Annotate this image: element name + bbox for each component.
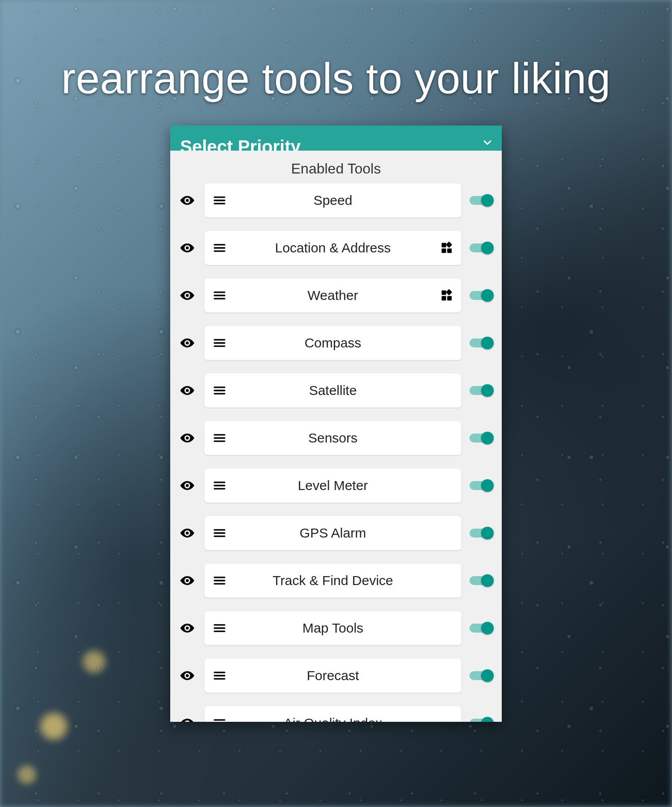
tool-card[interactable]: Level Meter (204, 469, 461, 503)
svg-point-0 (186, 199, 189, 202)
tool-label: Location & Address (275, 240, 391, 256)
svg-rect-11 (446, 242, 452, 248)
svg-rect-9 (447, 248, 452, 253)
tool-card[interactable]: Sensors (204, 421, 461, 455)
section-title: Enabled Tools (170, 151, 502, 183)
visibility-icon[interactable] (178, 191, 196, 209)
visibility-icon[interactable] (178, 286, 196, 304)
visibility-icon[interactable] (178, 572, 196, 590)
svg-point-36 (186, 532, 189, 535)
tool-label: Compass (305, 335, 362, 351)
enable-toggle[interactable] (470, 241, 494, 255)
enable-toggle[interactable] (470, 431, 494, 445)
tool-card[interactable]: Track & Find Device (204, 564, 461, 598)
tool-card[interactable]: Forecast (204, 659, 461, 693)
drag-handle-icon[interactable] (211, 239, 228, 257)
enable-toggle[interactable] (470, 716, 494, 722)
drag-handle-icon[interactable] (211, 477, 228, 495)
tool-card[interactable]: Location & Address (204, 231, 461, 265)
tool-label: Forecast (307, 668, 359, 683)
app-bar-title: Select Priority (180, 137, 301, 151)
visibility-icon[interactable] (178, 334, 196, 352)
tool-card[interactable]: Air Quality Index (204, 706, 461, 722)
tool-card[interactable]: Map Tools (204, 611, 461, 645)
visibility-icon[interactable] (178, 429, 196, 447)
tool-row: Forecast (178, 659, 494, 693)
svg-point-48 (186, 674, 189, 677)
svg-point-20 (186, 342, 189, 345)
drag-handle-icon[interactable] (211, 191, 228, 209)
app-bar: Select Priority (170, 126, 502, 151)
drag-handle-icon[interactable] (211, 382, 228, 399)
svg-point-12 (186, 294, 189, 297)
visibility-icon[interactable] (178, 714, 196, 722)
widgets-icon[interactable] (440, 289, 453, 302)
tool-card[interactable]: GPS Alarm (204, 516, 461, 550)
svg-point-28 (186, 437, 189, 440)
widgets-icon[interactable] (440, 241, 453, 255)
visibility-icon[interactable] (178, 477, 196, 495)
tool-list: Speed Location & Address Weather Compass… (170, 183, 502, 722)
enable-toggle[interactable] (470, 574, 494, 587)
enable-toggle[interactable] (470, 194, 494, 207)
drag-handle-icon[interactable] (211, 334, 228, 352)
drag-handle-icon[interactable] (211, 429, 228, 447)
tool-row: Speed (178, 183, 494, 217)
tool-label: Speed (314, 193, 353, 208)
tool-row: Map Tools (178, 611, 494, 645)
drag-handle-icon[interactable] (211, 286, 228, 304)
tool-card[interactable]: Satellite (204, 373, 461, 408)
tool-row: Compass (178, 326, 494, 360)
promo-headline: rearrange tools to your liking (0, 54, 672, 103)
svg-rect-16 (442, 296, 446, 300)
tool-row: Location & Address (178, 231, 494, 265)
phone-frame: Select Priority Enabled Tools Speed Loca… (170, 126, 502, 722)
tool-row: Track & Find Device (178, 564, 494, 598)
chevron-down-icon[interactable] (481, 136, 494, 149)
tool-label: Air Quality Index (284, 716, 382, 722)
tool-card[interactable]: Weather (204, 278, 461, 312)
drag-handle-icon[interactable] (211, 524, 228, 542)
svg-rect-19 (446, 289, 452, 295)
svg-point-44 (186, 627, 189, 630)
tool-label: Weather (308, 288, 358, 303)
tool-row: Sensors (178, 421, 494, 455)
drag-handle-icon[interactable] (211, 667, 228, 685)
svg-point-32 (186, 484, 189, 487)
drag-handle-icon[interactable] (211, 714, 228, 722)
drag-handle-icon[interactable] (211, 619, 228, 637)
svg-rect-17 (447, 296, 452, 300)
enable-toggle[interactable] (470, 621, 494, 635)
svg-point-24 (186, 389, 189, 392)
enable-toggle[interactable] (470, 336, 494, 350)
enable-toggle[interactable] (470, 384, 494, 397)
tool-label: Level Meter (298, 478, 368, 493)
visibility-icon[interactable] (178, 667, 196, 685)
visibility-icon[interactable] (178, 619, 196, 637)
tool-row: Level Meter (178, 469, 494, 503)
svg-point-40 (186, 579, 189, 582)
tool-label: Satellite (309, 383, 357, 398)
svg-rect-10 (442, 243, 446, 247)
tool-row: Satellite (178, 373, 494, 408)
tool-row: Air Quality Index (178, 706, 494, 722)
tool-card[interactable]: Speed (204, 183, 461, 217)
tool-label: Track & Find Device (273, 573, 393, 588)
enable-toggle[interactable] (470, 289, 494, 302)
tool-label: Sensors (308, 430, 358, 446)
svg-rect-8 (442, 248, 446, 253)
enable-toggle[interactable] (470, 479, 494, 492)
visibility-icon[interactable] (178, 239, 196, 257)
drag-handle-icon[interactable] (211, 572, 228, 590)
tool-row: Weather (178, 278, 494, 312)
visibility-icon[interactable] (178, 524, 196, 542)
tool-card[interactable]: Compass (204, 326, 461, 360)
tool-label: Map Tools (302, 620, 363, 636)
tool-row: GPS Alarm (178, 516, 494, 550)
tool-label: GPS Alarm (300, 525, 366, 541)
visibility-icon[interactable] (178, 382, 196, 399)
svg-rect-18 (442, 291, 446, 295)
svg-point-4 (186, 247, 189, 250)
enable-toggle[interactable] (470, 669, 494, 682)
enable-toggle[interactable] (470, 526, 494, 540)
